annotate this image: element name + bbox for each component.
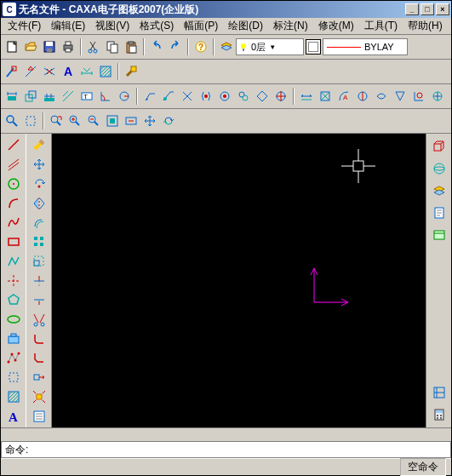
offset-button[interactable]	[29, 214, 49, 232]
dim-angle-button[interactable]	[96, 87, 115, 106]
menu-draw[interactable]: 绘图(D)	[223, 17, 268, 35]
dim-vert-button[interactable]	[316, 87, 335, 106]
command-line[interactable]: 命令:	[1, 441, 451, 458]
ellipse-button[interactable]	[3, 311, 24, 329]
zoom-previous-button[interactable]	[47, 112, 66, 130]
menu-format[interactable]: 格式(S)	[134, 17, 179, 35]
match-prop-button[interactable]	[122, 62, 140, 81]
dim-update-button[interactable]	[428, 87, 447, 106]
menu-view[interactable]: 视图(V)	[90, 17, 134, 35]
menu-tools[interactable]: 工具(T)	[359, 17, 403, 35]
move-button[interactable]	[29, 156, 49, 174]
array-button[interactable]	[29, 233, 49, 251]
rotate-button[interactable]	[29, 175, 49, 192]
centerline-button[interactable]	[3, 272, 24, 290]
undo-button[interactable]	[147, 37, 166, 56]
dim-ordinate-button[interactable]	[353, 87, 372, 106]
spline-button[interactable]	[3, 214, 24, 232]
open-button[interactable]	[21, 37, 40, 56]
osnap-midpoint-button[interactable]	[21, 62, 40, 81]
osnap-endpoint-button[interactable]	[3, 62, 21, 81]
dim-radius-button[interactable]	[115, 87, 134, 106]
scale-button[interactable]	[29, 252, 49, 270]
cut-button[interactable]	[84, 37, 103, 56]
zoom-window-button[interactable]	[21, 112, 40, 130]
hatch-button[interactable]	[3, 388, 24, 406]
zoom-in-button[interactable]	[66, 112, 84, 130]
menu-help[interactable]: 帮助(H)	[403, 17, 448, 35]
tolerance-button[interactable]	[159, 87, 178, 106]
new-button[interactable]	[3, 37, 21, 56]
polyline-button[interactable]	[3, 252, 24, 270]
line-button[interactable]	[3, 136, 24, 154]
polygon-button[interactable]	[3, 291, 24, 309]
geom-tol-button[interactable]	[178, 87, 197, 106]
redraw-button[interactable]	[159, 112, 178, 130]
surface-button[interactable]	[234, 87, 253, 106]
dim-style-button[interactable]	[77, 62, 96, 81]
zoom-realtime-button[interactable]	[3, 112, 21, 130]
menu-modify[interactable]: 修改(M)	[313, 17, 359, 35]
weld-button[interactable]	[215, 87, 234, 106]
explode-button[interactable]	[29, 388, 49, 406]
parallel-line-button[interactable]	[3, 156, 24, 174]
hatch-style-button[interactable]	[96, 62, 115, 81]
menu-dimension[interactable]: 标注(N)	[268, 17, 313, 35]
menu-file[interactable]: 文件(F)	[3, 17, 46, 35]
options-button[interactable]	[429, 382, 449, 403]
datum-button[interactable]	[253, 87, 272, 106]
leader-button[interactable]	[140, 87, 159, 106]
balloon-button[interactable]	[197, 87, 215, 106]
trim-button[interactable]	[29, 272, 49, 290]
chamfer-button[interactable]	[29, 349, 49, 367]
dim-arc-button[interactable]: A	[335, 87, 353, 106]
break-button[interactable]	[29, 311, 49, 329]
zoom-out-button[interactable]	[84, 112, 103, 130]
dim-override-button[interactable]	[409, 87, 428, 106]
3d-view-button[interactable]	[429, 136, 449, 157]
circle-button[interactable]	[3, 175, 24, 192]
layer-tool-button[interactable]	[429, 181, 449, 201]
dim-linear-button[interactable]	[3, 87, 21, 106]
point-button[interactable]	[3, 349, 24, 367]
help-button[interactable]: ?	[192, 37, 210, 56]
text-button[interactable]: A	[3, 407, 24, 425]
erase-button[interactable]	[29, 136, 49, 154]
dim-horiz-button[interactable]	[297, 87, 316, 106]
layers-button[interactable]	[217, 37, 236, 56]
dim-aligned-button[interactable]	[21, 87, 40, 106]
linetype-dropdown[interactable]: BYLAY	[323, 38, 408, 55]
block-button[interactable]	[3, 330, 24, 347]
copy-button[interactable]	[103, 37, 122, 56]
fillet-button[interactable]	[29, 330, 49, 347]
redo-button[interactable]	[166, 37, 185, 56]
dim-edit-button[interactable]	[391, 87, 409, 106]
zoom-extents-button[interactable]	[103, 112, 122, 130]
extend-button[interactable]	[29, 291, 49, 309]
construction-line-button[interactable]	[3, 369, 24, 387]
dim-continue-button[interactable]	[40, 87, 59, 106]
menu-paper[interactable]: 幅面(P)	[179, 17, 223, 35]
calculator-button[interactable]	[429, 404, 449, 425]
maximize-button[interactable]: □	[421, 3, 434, 15]
properties-button[interactable]	[29, 407, 49, 425]
osnap-intersection-button[interactable]	[40, 62, 59, 81]
drawing-canvas[interactable]	[52, 134, 426, 427]
arc-button[interactable]	[3, 194, 24, 212]
stretch-button[interactable]	[29, 369, 49, 387]
rectangle-button[interactable]	[3, 233, 24, 251]
layer-dropdown[interactable]: 0层 ▼	[236, 38, 304, 55]
zoom-all-button[interactable]	[122, 112, 140, 130]
minimize-button[interactable]: _	[405, 3, 419, 15]
menu-edit[interactable]: 编辑(E)	[46, 17, 90, 35]
render-button[interactable]	[429, 158, 449, 179]
library-button[interactable]	[429, 225, 449, 245]
line-color-button[interactable]	[304, 37, 323, 56]
center-mark-button[interactable]	[272, 87, 290, 106]
text-style-button[interactable]: A	[59, 62, 77, 81]
mirror-button[interactable]	[29, 194, 49, 212]
dim-baseline-button[interactable]	[59, 87, 77, 106]
close-button[interactable]: ×	[436, 3, 449, 15]
paste-button[interactable]	[122, 37, 140, 56]
save-button[interactable]	[40, 37, 59, 56]
